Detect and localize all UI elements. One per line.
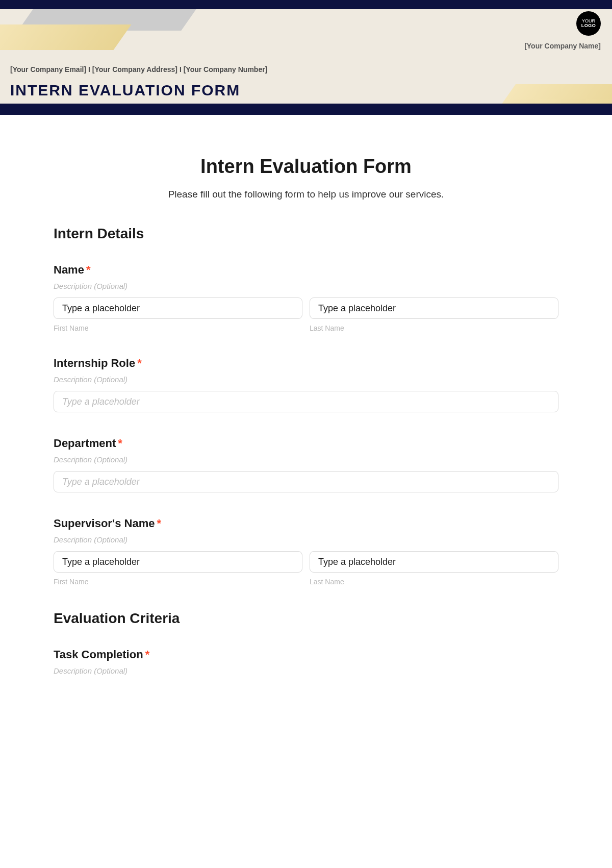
logo-line2: LOGO (581, 23, 596, 28)
supervisor-first-sublabel: First Name (54, 578, 302, 586)
navy-strip-top (0, 0, 612, 9)
field-name: Name* Description (Optional) First Name … (54, 263, 558, 332)
last-name-sublabel: Last Name (310, 324, 558, 332)
role-label: Internship Role* (54, 357, 558, 370)
contact-line: [Your Company Email] I [Your Company Add… (10, 65, 267, 73)
role-input[interactable] (54, 391, 558, 412)
department-label: Department* (54, 437, 558, 450)
company-name: [Your Company Name] (524, 42, 601, 50)
supervisor-label: Supervisor's Name* (54, 517, 558, 530)
supervisor-last-sublabel: Last Name (310, 578, 558, 586)
section-intern-details: Intern Details (54, 226, 558, 242)
required-mark: * (145, 648, 150, 661)
form-content: Intern Evaluation Form Please fill out t… (0, 115, 612, 720)
required-mark: * (157, 517, 161, 530)
department-input[interactable] (54, 471, 558, 492)
field-role: Internship Role* Description (Optional) (54, 357, 558, 412)
gold-shape-left (0, 24, 132, 50)
section-evaluation-criteria: Evaluation Criteria (54, 610, 558, 627)
field-department: Department* Description (Optional) (54, 437, 558, 492)
form-title: Intern Evaluation Form (54, 156, 558, 178)
field-task-completion: Task Completion* Description (Optional) (54, 648, 558, 675)
required-mark: * (137, 357, 142, 369)
name-desc: Description (Optional) (54, 282, 558, 290)
task-completion-desc: Description (Optional) (54, 666, 558, 675)
supervisor-desc: Description (Optional) (54, 535, 558, 544)
field-supervisor: Supervisor's Name* Description (Optional… (54, 517, 558, 586)
supervisor-last-name-input[interactable] (310, 551, 558, 573)
form-subtitle: Please fill out the following form to he… (54, 189, 558, 200)
logo-circle: YOUR LOGO (576, 11, 601, 36)
last-name-input[interactable] (310, 297, 558, 319)
navy-strip-bottom (0, 104, 612, 115)
first-name-input[interactable] (54, 297, 302, 319)
required-mark: * (86, 263, 91, 276)
supervisor-first-name-input[interactable] (54, 551, 302, 573)
name-label: Name* (54, 263, 558, 277)
role-desc: Description (Optional) (54, 375, 558, 384)
required-mark: * (118, 437, 122, 450)
header-banner: YOUR LOGO [Your Company Name] [Your Comp… (0, 0, 612, 115)
department-desc: Description (Optional) (54, 455, 558, 464)
first-name-sublabel: First Name (54, 324, 302, 332)
banner-title: INTERN EVALUATION FORM (10, 82, 240, 99)
task-completion-label: Task Completion* (54, 648, 558, 661)
